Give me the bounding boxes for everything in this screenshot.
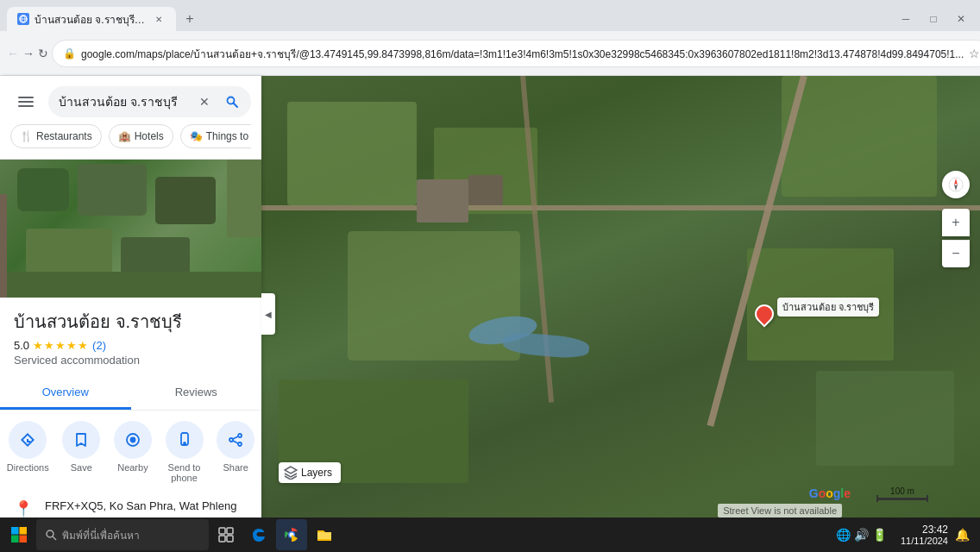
zoom-in-button[interactable]: + <box>942 209 970 236</box>
layers-label: Layers <box>301 467 332 479</box>
layers-button[interactable]: Layers <box>279 462 341 483</box>
minimize-button[interactable]: ─ <box>894 7 918 31</box>
taskbar-tray: 🌐 🔊 🔋 <box>829 528 894 542</box>
taskbar: พิมพ์ที่นี่เพื่อค้นหา 🌐 🔊 🔋 23:42 11/11/… <box>0 518 980 552</box>
svg-rect-26 <box>227 528 233 534</box>
taskbar-search-text: พิมพ์ที่นี่เพื่อค้นหา <box>62 527 140 543</box>
tab-title: บ้านสวนต้อย จ.ราชบุรี - Google M... <box>35 11 147 28</box>
notifications-icon[interactable]: 🔔 <box>955 528 970 542</box>
browser-chrome: บ้านสวนต้อย จ.ราชบุรี - Google M... ✕ + … <box>0 0 980 76</box>
map-area[interactable]: บ้านสวนต้อย จ.ราชบุรี Google 100 m Image… <box>261 76 980 552</box>
google-logo: Google <box>809 486 851 500</box>
chip-hotels-label: Hotels <box>135 130 164 142</box>
share-icon-circle <box>217 421 254 459</box>
marker-pin <box>751 300 778 327</box>
zoom-out-button[interactable]: − <box>942 240 970 267</box>
chip-restaurants-label: Restaurants <box>36 130 92 142</box>
battery-icon[interactable]: 🔋 <box>872 528 887 542</box>
browser-tab[interactable]: บ้านสวนต้อย จ.ราชบุรี - Google M... ✕ <box>7 7 176 31</box>
svg-rect-19 <box>11 527 19 535</box>
share-label: Share <box>223 462 248 473</box>
things-to-do-icon: 🎭 <box>190 130 203 142</box>
svg-rect-4 <box>18 97 34 98</box>
clear-search-button[interactable]: ✕ <box>192 90 217 114</box>
taskbar-edge[interactable] <box>243 519 274 550</box>
tab-close-button[interactable]: ✕ <box>152 12 166 26</box>
nearby-icon-circle <box>114 421 152 459</box>
nearby-button[interactable]: Nearby <box>114 421 152 483</box>
compass-button[interactable] <box>942 171 970 198</box>
svg-line-24 <box>53 536 56 540</box>
svg-rect-28 <box>227 536 233 542</box>
svg-rect-6 <box>18 105 34 107</box>
back-button[interactable]: ← <box>7 41 19 66</box>
svg-point-15 <box>238 442 242 446</box>
place-name: บ้านสวนต้อย จ.ราชบุรี <box>14 308 248 336</box>
search-button[interactable] <box>220 90 244 114</box>
hamburger-menu-button[interactable] <box>10 86 41 117</box>
place-hero-image[interactable] <box>0 160 261 298</box>
volume-icon[interactable]: 🔊 <box>854 528 869 542</box>
search-row: บ้านสวนต้อย จ.ราชบุรี ✕ <box>10 86 251 117</box>
hero-image-bg <box>0 160 261 298</box>
svg-point-23 <box>47 530 53 537</box>
forward-button[interactable]: → <box>22 41 35 66</box>
taskbar-explorer[interactable] <box>309 519 340 550</box>
svg-rect-21 <box>11 536 19 543</box>
location-pin-icon: 📍 <box>14 499 31 518</box>
new-tab-button[interactable]: + <box>179 9 200 29</box>
nearby-label: Nearby <box>117 462 148 473</box>
send-to-phone-button[interactable]: Send to phone <box>166 421 204 483</box>
save-icon-circle <box>62 421 100 459</box>
search-header: บ้านสวนต้อย จ.ราชบุรี ✕ 🍴 Restaurants 🏨 … <box>0 76 261 160</box>
restore-button[interactable]: □ <box>921 7 945 31</box>
street-view-status: Street View is not available <box>718 504 842 518</box>
send-to-phone-label: Send to phone <box>168 462 201 483</box>
svg-point-12 <box>184 442 185 444</box>
share-button[interactable]: Share <box>217 421 254 483</box>
search-box[interactable]: บ้านสวนต้อย จ.ราชบุรี ✕ <box>48 86 251 117</box>
taskbar-chrome[interactable] <box>276 519 307 550</box>
reload-button[interactable]: ↻ <box>38 41 48 66</box>
clock: 23:42 <box>922 524 948 536</box>
map-background: บ้านสวนต้อย จ.ราชบุรี Google 100 m Image… <box>261 76 980 552</box>
search-input-text: บ้านสวนต้อย จ.ราชบุรี <box>59 92 189 111</box>
task-view-button[interactable] <box>210 519 242 550</box>
svg-rect-25 <box>219 528 225 534</box>
place-rating-row: 5.0 ★★★★★ (2) <box>14 339 248 352</box>
chip-hotels[interactable]: 🏨 Hotels <box>109 124 173 148</box>
address-bar-row: ← → ↻ 🔒 google.com/maps/place/บ้านสวนต้อ… <box>0 31 980 76</box>
clock-date[interactable]: 23:42 11/11/2024 <box>901 524 948 546</box>
collapse-panel-button[interactable]: ◀ <box>261 293 275 335</box>
start-button[interactable] <box>3 519 35 550</box>
chip-restaurants[interactable]: 🍴 Restaurants <box>10 124 102 148</box>
tab-reviews[interactable]: Reviews <box>131 377 262 410</box>
action-buttons: Directions Save Nearby Send to phone <box>0 411 261 490</box>
svg-rect-5 <box>18 101 34 103</box>
bookmark-icon[interactable]: ☆ <box>969 47 980 60</box>
address-text: google.com/maps/place/บ้านสวนต้อย+จ.ราชบ… <box>81 46 964 62</box>
tab-overview[interactable]: Overview <box>0 377 131 410</box>
main-content: บ้านสวนต้อย จ.ราชบุรี ✕ 🍴 Restaurants 🏨 … <box>0 76 980 552</box>
chip-things-to-do[interactable]: 🎭 Things to do <box>180 124 251 148</box>
review-count[interactable]: (2) <box>92 339 106 352</box>
svg-point-14 <box>229 438 233 442</box>
lock-icon: 🔒 <box>63 47 76 60</box>
place-type: Serviced accommodation <box>14 354 248 367</box>
send-to-phone-icon-circle <box>166 421 204 459</box>
chip-things-to-do-label: Things to do <box>206 130 251 142</box>
map-marker: บ้านสวนต้อย จ.ราชบุรี <box>755 304 774 323</box>
rating-stars: ★★★★★ <box>33 339 89 352</box>
save-button[interactable]: Save <box>62 421 100 483</box>
save-label: Save <box>71 462 92 473</box>
close-window-button[interactable]: ✕ <box>949 7 973 31</box>
tab-favicon <box>17 13 29 25</box>
network-icon[interactable]: 🌐 <box>836 528 851 542</box>
address-bar[interactable]: 🔒 google.com/maps/place/บ้านสวนต้อย+จ.รา… <box>52 40 980 67</box>
taskbar-search[interactable]: พิมพ์ที่นี่เพื่อค้นหา <box>36 519 209 550</box>
map-scale: 100 m <box>876 486 928 500</box>
directions-button[interactable]: Directions <box>7 421 49 483</box>
svg-point-10 <box>130 438 135 442</box>
restaurants-icon: 🍴 <box>20 130 33 142</box>
taskbar-right: 🌐 🔊 🔋 23:42 11/11/2024 🔔 <box>829 524 977 546</box>
